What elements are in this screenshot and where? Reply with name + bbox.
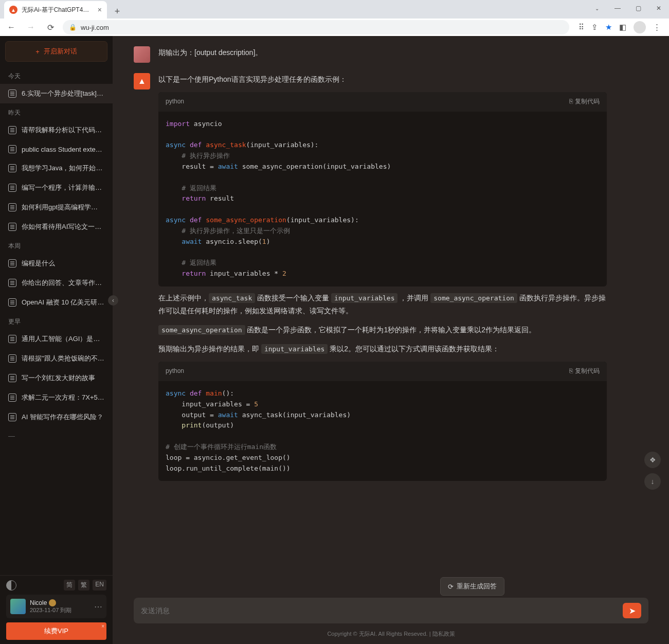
conv-item[interactable]: AI 智能写作存在哪些风险？	[0, 407, 113, 427]
conv-item[interactable]: 编写一个程序，计算并输出1...	[0, 178, 113, 198]
conv-item[interactable]: 请根据"跟人类抢饭碗的不是 A...	[0, 349, 113, 368]
inline-code: async_task	[209, 293, 255, 303]
regenerate-button[interactable]: ⟳ 重新生成回答	[440, 577, 504, 596]
chat-icon	[8, 145, 16, 153]
privacy-link[interactable]: 隐私政策	[432, 631, 455, 637]
copyright: Copyright © 无际AI. All Rights Reseved. |	[327, 631, 432, 637]
footer: Copyright © 无际AI. All Rights Reseved. | …	[113, 630, 669, 638]
new-chat-label: 开启新对话	[44, 47, 77, 56]
user-info: Nicole 2023-11-07 到期	[30, 599, 90, 614]
chevron-down-icon[interactable]: ⌄	[587, 0, 607, 16]
scroll-down-icon[interactable]: ↓	[644, 473, 661, 490]
url-text: wu-ji.com	[81, 24, 109, 31]
chat-icon	[8, 184, 16, 192]
lang-simplified[interactable]: 简	[64, 580, 75, 591]
conv-item[interactable]: 编程是什么	[0, 254, 113, 273]
code-lang: python	[166, 96, 184, 108]
collapse-sidebar-button[interactable]: ‹	[108, 295, 118, 306]
lang-english[interactable]: EN	[93, 580, 106, 591]
chat-icon	[8, 335, 16, 343]
message-input[interactable]	[141, 606, 618, 615]
send-button[interactable]: ➤	[623, 603, 641, 618]
section-today: 今天	[0, 67, 113, 84]
theme-toggle-icon[interactable]	[6, 580, 16, 591]
chat-icon	[8, 223, 16, 231]
tab-close-icon[interactable]: ×	[98, 6, 102, 14]
menu-icon[interactable]: ⋮	[653, 23, 661, 32]
close-window-button[interactable]: ✕	[648, 0, 669, 16]
conv-item[interactable]: 写一个刘红发大财的故事	[0, 368, 113, 388]
user-card[interactable]: Nicole 2023-11-07 到期 ⋯	[6, 595, 106, 618]
conv-item[interactable]: 请帮我解释分析以下代码：pu...	[0, 120, 113, 140]
ai-avatar-icon: ▲	[134, 73, 150, 90]
conv-item[interactable]: 通用人工智能（AGI）是什么？	[0, 329, 113, 349]
chat-icon	[8, 298, 16, 307]
layers-icon[interactable]: ❖	[644, 452, 661, 468]
app-container: + 开启新对话 今天 6.实现一个异步处理[task]的[l... 昨天 请帮我…	[0, 36, 669, 644]
user-menu-icon[interactable]: ⋯	[94, 602, 102, 612]
bookmark-icon[interactable]: ★	[605, 23, 612, 32]
chat-icon	[8, 203, 16, 211]
paragraph-3: 预期输出为异步操作的结果，即 input_variables 乘以2。您可以通过…	[158, 343, 607, 355]
chat-icon	[8, 279, 16, 287]
minimize-button[interactable]: —	[607, 0, 628, 16]
conv-item[interactable]: 6.实现一个异步处理[task]的[l...	[0, 84, 113, 103]
reload-button[interactable]: ⟳	[43, 20, 58, 34]
favicon-icon: ▲	[9, 6, 17, 14]
browser-tab[interactable]: ▲ 无际Ai-基于ChatGPT4及3.5的… ×	[4, 1, 107, 19]
chat-scroll[interactable]: 期输出为：[output description]。 ▲ 以下是一个使用Pyth…	[113, 36, 669, 644]
send-icon: ➤	[629, 606, 636, 616]
sidebar: + 开启新对话 今天 6.实现一个异步处理[task]的[l... 昨天 请帮我…	[0, 36, 113, 644]
copy-code-button[interactable]: ⎘复制代码	[569, 96, 600, 108]
tab-bar: ▲ 无际Ai-基于ChatGPT4及3.5的… × + ⌄ — ▢ ✕	[0, 0, 669, 19]
conv-item[interactable]: 你如何看待用AI写论文一事？	[0, 217, 113, 237]
section-week: 本周	[0, 237, 113, 254]
section-yesterday: 昨天	[0, 103, 113, 120]
user-expiry: 2023-11-07 到期	[30, 606, 90, 614]
lang-traditional[interactable]: 繁	[78, 580, 89, 591]
code-header: python ⎘复制代码	[158, 92, 607, 112]
code-header: python ⎘复制代码	[158, 362, 607, 381]
language-options: 简 繁 EN	[64, 580, 106, 591]
vip-close-icon[interactable]: ×	[101, 623, 104, 629]
conv-item[interactable]: OpenAI 融资 10 亿美元研发...	[0, 293, 113, 312]
avatar	[10, 599, 26, 614]
code-body[interactable]: import asyncio async def async_task(inpu…	[158, 112, 607, 287]
new-chat-button[interactable]: + 开启新对话	[5, 41, 107, 62]
profile-icon[interactable]	[634, 21, 646, 33]
maximize-button[interactable]: ▢	[628, 0, 648, 16]
code-body[interactable]: async def main(): input_variables = 5 ou…	[158, 381, 607, 481]
float-buttons: ❖ ↓	[644, 452, 661, 490]
code-lang: python	[166, 366, 184, 377]
conv-item[interactable]: public class Student extend...	[0, 140, 113, 158]
lock-icon: 🔒	[69, 24, 77, 31]
code-block-1: python ⎘复制代码 import asyncio async def as…	[158, 92, 607, 287]
chat-icon	[8, 90, 16, 98]
url-input[interactable]: 🔒 wu-ji.com	[63, 20, 569, 34]
chat-icon	[8, 164, 16, 172]
chat-icon	[8, 126, 16, 134]
share-icon[interactable]: ⇪	[591, 23, 598, 32]
copy-icon: ⎘	[569, 366, 573, 377]
ai-message-content: 以下是一个使用Python语言实现异步处理任务的函数示例： python ⎘复制…	[158, 73, 607, 486]
copy-code-button[interactable]: ⎘复制代码	[569, 366, 600, 377]
extensions-icon[interactable]: ◧	[619, 23, 626, 32]
sidebar-footer: 简 繁 EN Nicole 2023-11-07 到期 ⋯ 续费VIP ×	[0, 575, 113, 644]
refresh-icon: ⟳	[448, 583, 454, 591]
new-tab-button[interactable]: +	[110, 4, 124, 19]
conv-item[interactable]: 你给出的回答、文章等作品，...	[0, 273, 113, 293]
section-earlier: 更早	[0, 312, 113, 329]
conv-item[interactable]: 我想学习Java，如何开始学习...	[0, 158, 113, 178]
renew-vip-button[interactable]: 续费VIP ×	[6, 622, 106, 640]
conversation-list[interactable]: 今天 6.实现一个异步处理[task]的[l... 昨天 请帮我解释分析以下代码…	[0, 67, 113, 575]
regen-label: 重新生成回答	[457, 582, 497, 591]
ai-message: ▲ 以下是一个使用Python语言实现异步处理任务的函数示例： python ⎘…	[113, 68, 627, 491]
plus-icon: +	[35, 48, 40, 56]
conv-item[interactable]: 求解二元一次方程：7X+5Y=...	[0, 388, 113, 407]
back-button[interactable]: ←	[4, 20, 19, 34]
forward-button[interactable]: →	[24, 20, 38, 34]
input-area: ⟳ 重新生成回答 ➤	[134, 598, 648, 623]
conv-item[interactable]: 如何利用gpt提高编程学习与...	[0, 198, 113, 217]
ai-intro: 以下是一个使用Python语言实现异步处理任务的函数示例：	[158, 73, 607, 86]
translate-icon[interactable]: ⠿	[578, 23, 584, 32]
